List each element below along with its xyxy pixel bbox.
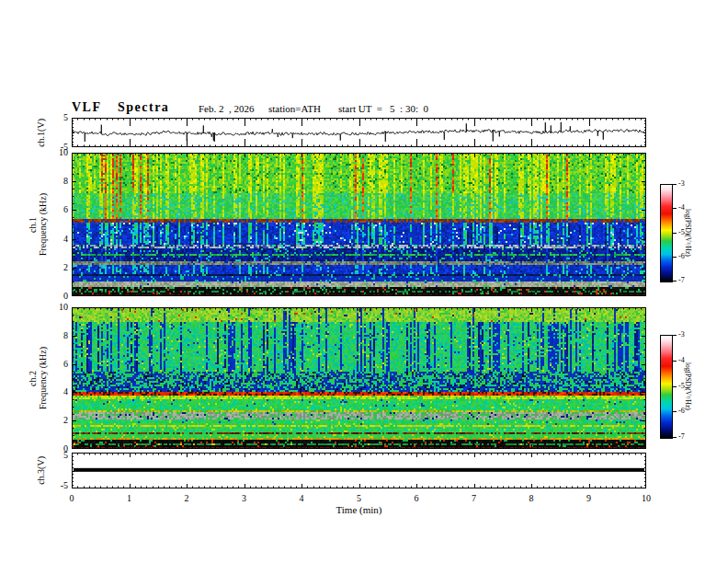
colorbar-tick-mark: [673, 437, 677, 438]
ch3-waveform-panel: [72, 453, 646, 488]
x-tick-label: 6: [405, 494, 427, 503]
colorbar-tick-label: -4: [678, 357, 685, 364]
spec2-axis-title-line1: ch.2: [28, 371, 38, 386]
spec2-axis-title: ch.2 Frequency (kHz): [26, 307, 50, 449]
colorbar-tick-mark: [673, 208, 677, 209]
colorbar-2: [660, 335, 673, 439]
vlf-spectra-figure: VLF Spectra Feb. 2 , 2026 station=ATH st…: [0, 0, 728, 563]
y-tick-label: 8: [48, 331, 68, 340]
station-label: station=ATH: [268, 103, 321, 114]
y-tick-label: 5: [48, 451, 68, 460]
ch1-volt-axis-title-text: ch.1(V): [36, 119, 46, 147]
colorbar-tick-label: -3: [678, 331, 685, 339]
x-tick-label: 0: [61, 494, 83, 503]
colorbar-tick-label: -7: [678, 277, 685, 284]
colorbar-1: [660, 184, 673, 282]
ch1-waveform-panel: [72, 118, 646, 147]
colorbar-tick-label: -7: [678, 433, 685, 441]
ch3-volt-axis-title: ch.3(V): [33, 453, 48, 488]
colorbar-tick-label: -5: [678, 229, 685, 236]
y-tick-label: 8: [48, 177, 68, 186]
spec2-axis-title-line2: Frequency (kHz): [38, 347, 48, 409]
x-tick-label: 1: [119, 494, 141, 503]
spec1-axis-title-line2: Frequency (kHz): [38, 193, 48, 256]
colorbar-tick-mark: [673, 411, 677, 412]
spec1-axis-title: ch.1 Frequency (kHz): [26, 153, 50, 296]
colorbar-tick-mark: [673, 233, 677, 234]
colorbar-tick-label: -6: [678, 408, 685, 415]
start-ut-label: start UT = 5 : 30: 0: [338, 103, 428, 114]
x-tick-label: 4: [290, 494, 313, 503]
page-title: VLF Spectra: [72, 100, 169, 115]
time-axis-title: Time (min): [72, 504, 646, 515]
y-tick-label: 2: [48, 263, 68, 272]
spec1-axis-title-line1: ch.1: [28, 217, 38, 233]
colorbar-2-title: log(PSD)(V²/Hz): [684, 335, 692, 437]
y-tick-label: 4: [48, 387, 68, 396]
colorbar-tick-mark: [673, 361, 677, 362]
x-tick-label: 7: [463, 494, 485, 503]
x-tick-label: 8: [520, 494, 542, 503]
y-tick-label: -5: [48, 481, 68, 490]
y-tick-label: 6: [48, 205, 68, 214]
colorbar-tick-mark: [673, 281, 677, 282]
y-tick-label: 5: [48, 113, 68, 122]
ch2-spectrogram-panel: [72, 307, 646, 449]
date-label: Feb. 2 , 2026: [199, 103, 255, 114]
y-tick-label: 6: [48, 360, 68, 369]
colorbar-tick-mark: [673, 335, 677, 336]
colorbar-1-title: log(PSD)(V²/Hz): [684, 184, 692, 281]
x-tick-label: 10: [635, 494, 657, 503]
y-tick-label: 0: [48, 292, 68, 301]
colorbar-tick-label: -4: [678, 204, 685, 212]
x-tick-label: 3: [233, 494, 256, 503]
y-tick-label: 2: [48, 416, 68, 425]
colorbar-tick-label: -5: [678, 383, 685, 390]
y-tick-label: 10: [48, 303, 68, 312]
x-tick-label: 9: [578, 494, 600, 503]
ch1-volt-axis-title: ch.1(V): [33, 118, 48, 147]
x-tick-label: 5: [348, 494, 370, 503]
colorbar-tick-mark: [673, 184, 677, 185]
colorbar-tick-mark: [673, 257, 677, 258]
y-tick-label: 4: [48, 235, 68, 244]
ch3-volt-axis-title-text: ch.3(V): [36, 456, 46, 485]
x-tick-label: 2: [176, 494, 198, 503]
colorbar-tick-mark: [673, 386, 677, 387]
y-tick-label: -5: [48, 143, 68, 152]
ch1-spectrogram-panel: [72, 153, 646, 296]
colorbar-tick-label: -6: [678, 253, 685, 260]
colorbar-tick-label: -3: [678, 180, 685, 188]
